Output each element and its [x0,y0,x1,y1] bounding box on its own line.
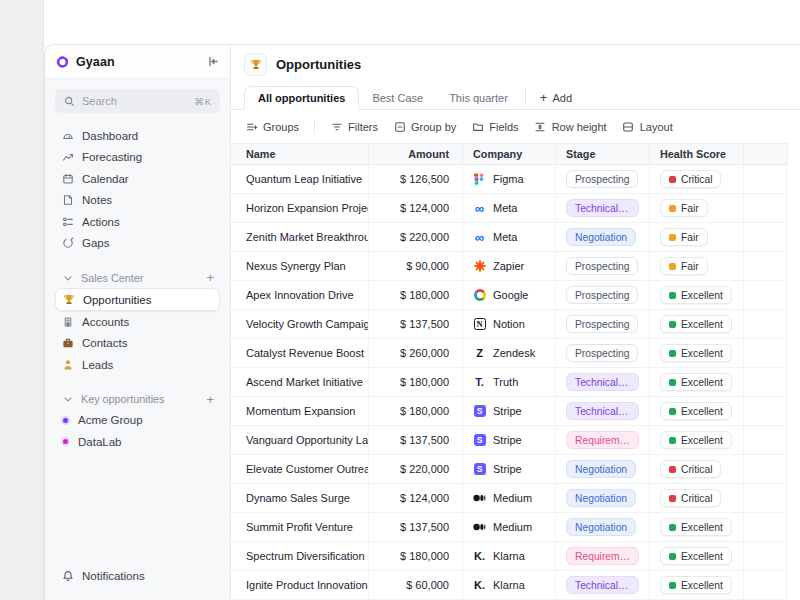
column-header-company[interactable]: Company [463,144,556,164]
toolbar-divider [314,120,315,134]
cell-amount: $ 137,500 [369,513,463,541]
sidebar-collapse-button[interactable] [206,55,219,68]
column-header-stub [744,144,787,164]
column-header-amount[interactable]: Amount [369,144,463,164]
sidebar-item-gaps[interactable]: Gaps [55,233,220,255]
health-score-badge: Fair [660,228,708,246]
company-name: Figma [493,173,524,185]
cell-amount: $ 137,500 [369,310,463,338]
table-row[interactable]: Momentum Expansion$ 180,000SStripeTechni… [231,397,788,426]
column-header-health-score[interactable]: Health Score [650,144,744,164]
stripe-logo: S [473,463,486,476]
tab-all-opportunities[interactable]: All opportunities [244,86,359,110]
stage-badge: Prospecting [566,286,638,304]
sidebar-footer: Notifications [45,556,230,600]
fields-button[interactable]: Fields [471,121,518,133]
add-view-button[interactable]: +Add [530,87,582,109]
sidebar-item-leads[interactable]: Leads [55,354,220,376]
health-dot [669,263,676,270]
health-dot [669,495,676,502]
table-row[interactable]: Velocity Growth Campaign$ 137,500NNotion… [231,310,788,339]
cell-stage: Prospecting [556,310,650,338]
add-section-item-button[interactable]: + [206,270,214,285]
main-content: Opportunities All opportunitiesBest Case… [231,45,800,600]
cell-company: ∞Meta [463,223,556,251]
table-row[interactable]: Spectrum Diversification Plan$ 180,000K.… [231,542,788,571]
sidebar-item-label: Acme Group [78,414,143,426]
sidebar-item-dashboard[interactable]: Dashboard [55,125,220,147]
plus-icon: + [540,93,548,103]
table-row[interactable]: Catalyst Revenue Boost$ 260,000ZZendeskP… [231,339,788,368]
filters-button[interactable]: Filters [330,121,378,133]
sidebar-item-notes[interactable]: Notes [55,190,220,212]
table-row[interactable]: Quantum Leap Initiative$ 126,500FigmaPro… [231,165,788,194]
cell-stage: Requirement... [556,542,650,570]
cell-stage: Requirement... [556,426,650,454]
health-score-badge: Critical [660,489,721,507]
avatar [61,437,70,446]
notifications-button[interactable]: Notifications [61,566,214,588]
table-row[interactable]: Elevate Customer Outreach$ 220,000SStrip… [231,455,788,484]
sidebar-item-opportunities[interactable]: Opportunities [55,288,220,311]
cell-health-score: Fair [650,223,744,251]
health-label: Excellent [681,551,723,562]
sidebar-item-label: DataLab [78,436,121,448]
sidebar-item-calendar[interactable]: Calendar [55,168,220,190]
cell-stage: Technical win [556,397,650,425]
cell-name: Momentum Expansion [231,397,369,425]
health-label: Excellent [681,522,723,533]
cell-name: Zenith Market Breakthrough [231,223,369,251]
tab-this-quarter[interactable]: This quarter [436,87,521,109]
sidebar-item-datalab[interactable]: DataLab [55,431,220,453]
cell-amount: $ 60,000 [369,571,463,599]
cell-name: Catalyst Revenue Boost [231,339,369,367]
health-dot [669,321,676,328]
table-row[interactable]: Dynamo Sales Surge$ 124,000MediumNegotia… [231,484,788,513]
cell-company: SStripe [463,397,556,425]
health-dot [669,176,676,183]
tab-best-case[interactable]: Best Case [359,87,436,109]
table-row[interactable]: Ascend Market Initiative$ 180,000T.Truth… [231,368,788,397]
sidebar-item-acme-group[interactable]: Acme Group [55,410,220,432]
table-row[interactable]: Horizon Expansion Project$ 124,000∞MetaT… [231,194,788,223]
layout-button[interactable]: Layout [622,121,673,133]
sidebar-item-actions[interactable]: Actions [55,211,220,233]
groups-button[interactable]: Groups [245,121,299,133]
cell-stage: Negotiation [556,223,650,251]
column-header-name[interactable]: Name [231,144,369,164]
table-row[interactable]: Summit Profit Venture$ 137,500MediumNego… [231,513,788,542]
group-by-button[interactable]: Group by [393,121,456,133]
sidebar-item-accounts[interactable]: Accounts [55,311,220,333]
sidebar-item-contacts[interactable]: Contacts [55,333,220,355]
row-height-button[interactable]: Row height [534,121,607,133]
company-name: Stripe [493,405,522,417]
stage-badge: Technical win [566,199,639,217]
table-row[interactable]: Apex Innovation Drive$ 180,000GooglePros… [231,281,788,310]
health-label: Critical [681,464,712,475]
health-label: Fair [681,261,699,272]
cell-stage: Prospecting [556,165,650,193]
table-row[interactable]: Ignite Product Innovation$ 60,000K.Klarn… [231,571,788,600]
cell-company: ZZendesk [463,339,556,367]
notion-logo: N [473,318,486,331]
group-by-icon [393,121,406,133]
health-score-badge: Fair [660,199,708,217]
cell-health-score: Critical [650,165,744,193]
column-header-stage[interactable]: Stage [556,144,650,164]
health-label: Excellent [681,319,723,330]
add-section-item-button[interactable]: + [206,392,214,407]
search-input[interactable]: Search ⌘K [55,89,220,113]
health-score-badge: Excellent [660,315,732,333]
cell-amount: $ 180,000 [369,542,463,570]
sidebar-item-forecasting[interactable]: Forecasting [55,147,220,169]
section-header[interactable]: Key opportunities+ [55,389,220,410]
cell-amount: $ 137,500 [369,426,463,454]
table-row[interactable]: Nexus Synergy Plan$ 90,000ZapierProspect… [231,252,788,281]
table-row[interactable]: Vanguard Opportunity Launch$ 137,500SStr… [231,426,788,455]
section-header[interactable]: Sales Center+ [55,267,220,288]
table-row[interactable]: Zenith Market Breakthrough$ 220,000∞Meta… [231,223,788,252]
health-score-badge: Excellent [660,402,732,420]
health-score-badge: Excellent [660,286,732,304]
google-logo [473,289,486,302]
health-dot [669,379,676,386]
